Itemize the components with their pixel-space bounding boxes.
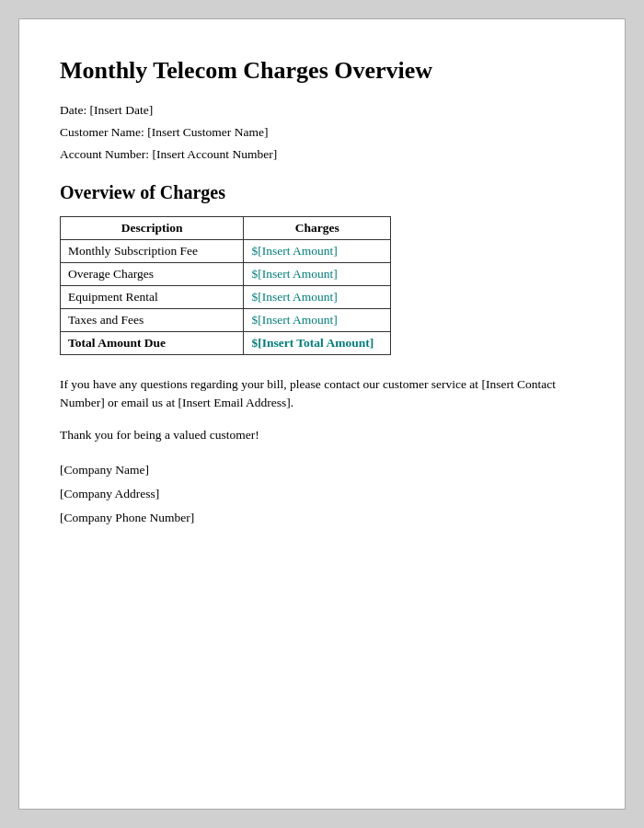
table-row: Overage Charges$[Insert Amount] [61, 263, 391, 286]
row-charges: $[Insert Amount] [244, 309, 391, 332]
row-description: Equipment Rental [61, 286, 244, 309]
col-header-charges: Charges [244, 217, 391, 240]
date-field: Date: [Insert Date] [60, 103, 584, 118]
total-value: $[Insert Total Amount] [244, 332, 391, 355]
row-charges: $[Insert Amount] [244, 286, 391, 309]
row-description: Overage Charges [61, 263, 244, 286]
table-row: Monthly Subscription Fee$[Insert Amount] [61, 240, 391, 263]
footer-note: If you have any questions regarding your… [60, 375, 584, 413]
total-label: Total Amount Due [61, 332, 244, 355]
company-name: [Company Name] [60, 463, 584, 477]
page-title: Monthly Telecom Charges Overview [60, 56, 584, 85]
row-charges: $[Insert Amount] [244, 240, 391, 263]
table-row: Taxes and Fees$[Insert Amount] [61, 309, 391, 332]
customer-name-field: Customer Name: [Insert Customer Name] [60, 125, 584, 140]
company-phone: [Company Phone Number] [60, 511, 584, 525]
row-description: Taxes and Fees [61, 309, 244, 332]
row-description: Monthly Subscription Fee [61, 240, 244, 263]
company-address: [Company Address] [60, 487, 584, 501]
charges-table: Description Charges Monthly Subscription… [60, 216, 391, 355]
table-row: Equipment Rental$[Insert Amount] [61, 286, 391, 309]
row-charges: $[Insert Amount] [244, 263, 391, 286]
col-header-description: Description [61, 217, 244, 240]
section-heading: Overview of Charges [60, 182, 584, 203]
thank-you-message: Thank you for being a valued customer! [60, 428, 584, 443]
document-page: Monthly Telecom Charges Overview Date: [… [18, 18, 626, 810]
account-number-field: Account Number: [Insert Account Number] [60, 147, 584, 162]
